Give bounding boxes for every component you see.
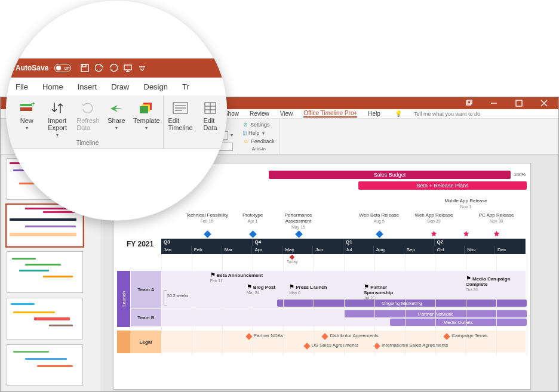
- diamond-milestone[interactable]: [322, 333, 328, 339]
- diamond-milestone[interactable]: [444, 333, 450, 339]
- swimlane-team-a: Launch Team A 50.2 weeksBeta Announcemen…: [117, 271, 526, 309]
- chevron-down-icon: ▾: [262, 131, 265, 136]
- menu-home[interactable]: Home: [42, 82, 63, 91]
- swimlane-team-b: Team B Partner NetworkMedia Outlets: [117, 309, 526, 327]
- ribbon-group-addin: ⚙Settings ⍰Help▾ ☺Feedback Add-in: [238, 119, 280, 154]
- star-icon[interactable]: [463, 230, 469, 237]
- qat-more-icon[interactable]: [138, 64, 146, 72]
- ribbon-timeline: + New▾ Import Export▾ Refresh Data Share…: [6, 95, 227, 149]
- flag-milestone[interactable]: Beta AnnouncementFeb 18: [210, 272, 264, 283]
- share-button[interactable]: Share▾: [104, 99, 129, 139]
- milestone-label: Web Beta ReleaseAug 5: [355, 212, 403, 224]
- help-button[interactable]: Help: [248, 130, 260, 136]
- svg-rect-3: [516, 100, 522, 106]
- zoom-lens: AutoSave Off File Home Insert Draw Desig…: [6, 0, 227, 221]
- svg-rect-8: [124, 65, 131, 70]
- flag-milestone[interactable]: Partner SponsorshipJul 20: [364, 284, 417, 301]
- diamond-milestone[interactable]: [303, 342, 310, 349]
- flag-milestone[interactable]: Media Campaign CompleteOct 31: [466, 276, 520, 292]
- settings-button[interactable]: Settings: [250, 122, 270, 128]
- diamond-icon[interactable]: [204, 230, 211, 238]
- gear-icon: ⚙: [243, 122, 248, 128]
- diamond-label: US Sales Agreements: [312, 342, 358, 348]
- autosave-label: AutoSave: [16, 64, 48, 72]
- tell-me-search[interactable]: Tell me what you want to do: [414, 111, 480, 117]
- milestone-label: Web App ReleaseSep 29: [410, 212, 457, 224]
- menu-insert[interactable]: Insert: [78, 82, 97, 91]
- milestone-label: Performance AssessmentMay 15: [275, 212, 322, 230]
- slide-thumb-3[interactable]: [7, 251, 83, 293]
- swimlane-legal: Legal Partner NDAsUS Sales AgreementsDis…: [117, 331, 526, 353]
- qat-titlebar: AutoSave Off: [6, 58, 227, 78]
- undo-icon[interactable]: [95, 64, 103, 72]
- menu-help[interactable]: Help: [368, 110, 380, 117]
- window-restore-button[interactable]: [465, 100, 472, 107]
- row-team-a: Team A: [130, 271, 161, 309]
- template-button[interactable]: Template▾: [130, 99, 163, 139]
- menu-file[interactable]: File: [16, 82, 28, 91]
- feedback-button[interactable]: Feedback: [251, 138, 275, 144]
- slide-thumb-5[interactable]: [7, 344, 83, 386]
- template-icon: [138, 100, 155, 116]
- diamond-icon[interactable]: [295, 230, 303, 238]
- smiley-icon: ☺: [243, 138, 248, 144]
- diamond-icon[interactable]: [376, 230, 383, 238]
- svg-rect-1: [468, 100, 472, 104]
- milestone-label: Mobile App ReleaseNov 1: [442, 198, 490, 210]
- menu-view[interactable]: View: [280, 110, 293, 117]
- milestone-label: Technical FeasibilityFeb 15: [183, 212, 231, 224]
- addin-group-label: Add-in: [243, 146, 275, 152]
- edit-timeline-button[interactable]: Edit Timeline: [164, 99, 197, 132]
- refresh-data-button[interactable]: Refresh Data: [73, 99, 103, 139]
- edit-data-icon: [202, 100, 219, 116]
- present-icon[interactable]: [124, 64, 132, 72]
- svg-rect-12: [20, 107, 32, 111]
- lightbulb-icon: 💡: [395, 110, 402, 117]
- slide-thumb-4[interactable]: [7, 298, 83, 339]
- bar-beta-release[interactable]: Beta + Release Plans: [358, 181, 527, 190]
- milestone-label: PC App ReleaseNov 30: [472, 212, 520, 224]
- svg-rect-0: [466, 101, 471, 105]
- task-bar[interactable]: Ongoing Marketing: [277, 300, 527, 307]
- pct-sales-budget: 100%: [514, 172, 526, 177]
- import-export-button[interactable]: Import Export▾: [42, 99, 72, 139]
- svg-rect-13: [20, 104, 32, 106]
- new-button[interactable]: + New▾: [12, 99, 41, 139]
- task-bar[interactable]: Media Outlets: [390, 319, 527, 326]
- redo-icon[interactable]: [109, 64, 118, 72]
- row-team-b: Team B: [130, 309, 161, 327]
- diamond-label: Distributor Agreements: [330, 333, 378, 338]
- window-maximize-button[interactable]: [515, 100, 523, 107]
- svg-rect-7: [82, 64, 86, 67]
- window-minimize-button[interactable]: [490, 100, 497, 107]
- bar-sales-budget[interactable]: Sales Budget: [269, 171, 511, 179]
- menu-draw[interactable]: Draw: [111, 82, 129, 91]
- main-menu-bar: File Home Insert Draw Design Tr: [6, 78, 227, 95]
- menu-design[interactable]: Design: [144, 82, 168, 91]
- menu-office-timeline[interactable]: Office Timeline Pro+: [303, 110, 357, 118]
- milestone-label: PrototypeApr 1: [229, 212, 277, 224]
- diamond-milestone[interactable]: [245, 333, 252, 339]
- menu-review[interactable]: Review: [250, 110, 269, 117]
- flag-milestone[interactable]: Press LaunchMay 6: [289, 284, 343, 295]
- diamond-label: International Sales Agreements: [382, 342, 448, 348]
- window-close-button[interactable]: [540, 100, 548, 107]
- duration-bracket: [164, 290, 167, 305]
- star-icon[interactable]: [493, 230, 500, 237]
- svg-rect-17: [140, 106, 148, 113]
- star-icon[interactable]: [431, 230, 437, 237]
- today-marker: Today: [287, 255, 298, 264]
- diamond-label: Partner NDAs: [254, 333, 283, 338]
- chart-title: FY 2021: [127, 240, 153, 248]
- diamond-icon[interactable]: [249, 230, 257, 238]
- refresh-icon: [79, 100, 96, 116]
- diamond-label: Campaign Terms: [452, 333, 487, 338]
- svg-text:+: +: [31, 101, 35, 108]
- edit-timeline-icon: [172, 100, 189, 116]
- menu-truncated[interactable]: Tr: [182, 82, 189, 91]
- time-scale: Q3Q4Q1Q2 JanFebMarAprMayJunJulAugSepOctN…: [161, 239, 526, 254]
- timeline-group-label: Timeline: [12, 140, 163, 147]
- autosave-toggle[interactable]: Off: [54, 64, 71, 72]
- save-icon[interactable]: [81, 64, 89, 72]
- edit-data-button[interactable]: Edit Data: [198, 99, 222, 132]
